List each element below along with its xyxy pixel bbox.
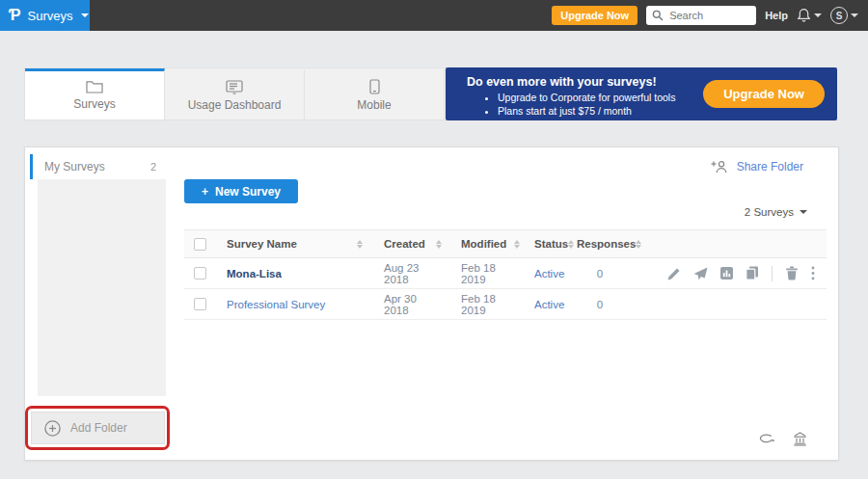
row-checkbox[interactable]	[194, 298, 206, 310]
column-header: Status	[534, 238, 568, 250]
sort-icon[interactable]	[568, 240, 575, 249]
circle-plus-icon	[44, 420, 61, 437]
chevron-down-icon	[800, 210, 807, 214]
dashboard-icon	[226, 80, 243, 94]
column-header: Survey Name	[227, 238, 297, 250]
share-folder-link[interactable]: Share Folder	[711, 160, 803, 173]
banner-title: Do even more with your surveys!	[467, 75, 657, 89]
chevron-down-icon	[814, 13, 822, 17]
banner-bullet: Plans start at just $75 / month	[498, 104, 675, 118]
app-menu[interactable]: Ƥ Surveys	[0, 0, 90, 31]
sort-icon[interactable]	[357, 240, 364, 249]
tab-label: Mobile	[357, 98, 391, 112]
new-survey-button[interactable]: + New Survey	[184, 179, 298, 203]
surveys-count-dropdown[interactable]: 2 Surveys	[745, 206, 807, 218]
banner-bullets: Upgrade to Corporate for powerful tools …	[486, 91, 675, 118]
new-survey-label: New Survey	[215, 185, 281, 199]
tab-usage-dashboard[interactable]: Usage Dashboard	[165, 68, 305, 120]
plus-icon: +	[202, 185, 208, 199]
modified-date: Feb 18 2019	[461, 262, 521, 285]
table-header-row: Survey Name Created Modified Status Resp…	[184, 229, 827, 258]
share-person-icon	[711, 160, 728, 173]
column-header: Created	[384, 238, 425, 250]
surveys-count-label: 2 Surveys	[745, 206, 794, 218]
tab-surveys[interactable]: Surveys	[25, 68, 165, 120]
column-header: Responses	[577, 238, 636, 250]
table-row: Professional Survey Apr 30 2018 Feb 18 2…	[184, 289, 827, 320]
account-menu[interactable]: S	[830, 7, 858, 24]
restore-icon[interactable]	[759, 434, 775, 445]
search-box[interactable]	[646, 6, 756, 25]
column-header: Modified	[461, 238, 506, 250]
folder-count-badge: 2	[150, 161, 156, 173]
banner-upgrade-button[interactable]: Upgrade Now	[703, 80, 825, 108]
vertical-dots-icon[interactable]	[811, 266, 815, 280]
topbar-actions: Upgrade Now Help S	[552, 0, 858, 31]
status-link[interactable]: Active	[534, 268, 564, 279]
tab-label: Usage Dashboard	[188, 98, 282, 112]
banner-bullet: Upgrade to Corporate for powerful tools	[498, 91, 675, 104]
avatar: S	[830, 7, 848, 24]
bar-chart-icon[interactable]	[720, 267, 733, 279]
actions-divider	[772, 266, 773, 281]
bell-icon	[797, 8, 811, 23]
folder-name: My Surveys	[44, 160, 105, 173]
created-date: Aug 23 2018	[384, 262, 443, 285]
add-folder-button[interactable]: Add Folder	[31, 412, 165, 444]
surveys-table: Survey Name Created Modified Status Resp…	[184, 229, 827, 320]
chevron-down-icon	[851, 13, 858, 17]
brand-logo-icon: Ƥ	[9, 8, 21, 23]
tab-label: Surveys	[73, 97, 115, 111]
mobile-icon	[369, 79, 380, 94]
notifications-menu[interactable]	[797, 8, 822, 23]
trash-icon[interactable]	[785, 266, 799, 280]
sort-icon[interactable]	[436, 240, 443, 249]
search-input[interactable]	[667, 9, 748, 22]
table-row: Mona-Lisa Aug 23 2018 Feb 18 2019 Active…	[184, 258, 827, 289]
sort-icon[interactable]	[636, 240, 642, 249]
app-menu-label: Surveys	[28, 9, 73, 23]
folder-icon	[86, 80, 103, 93]
upgrade-banner: Do even more with your surveys! Upgrade …	[446, 67, 837, 120]
chevron-down-icon	[81, 13, 89, 17]
module-tabs: Surveys Usage Dashboard Mobile	[24, 67, 445, 120]
add-folder-label: Add Folder	[70, 421, 127, 435]
modified-date: Feb 18 2019	[461, 293, 521, 316]
status-link[interactable]: Active	[534, 299, 564, 310]
copy-icon[interactable]	[746, 266, 759, 280]
folder-list-area	[38, 179, 166, 396]
panel-footer-icons	[759, 432, 807, 446]
responses-count: 0	[577, 268, 623, 279]
row-actions	[623, 266, 827, 281]
surveys-panel: My Surveys 2 Add Folder + New Survey Sha…	[24, 146, 839, 461]
sort-icon[interactable]	[514, 240, 521, 249]
paper-plane-icon[interactable]	[693, 267, 708, 280]
top-navigation-bar: Ƥ Surveys Upgrade Now Help S	[0, 0, 868, 31]
pencil-icon[interactable]	[667, 267, 681, 280]
recycle-bin-icon[interactable]	[793, 432, 807, 446]
share-folder-label: Share Folder	[737, 160, 803, 173]
upgrade-now-button[interactable]: Upgrade Now	[552, 6, 637, 25]
survey-name-link[interactable]: Professional Survey	[227, 299, 325, 310]
responses-count: 0	[577, 299, 623, 310]
select-all-checkbox[interactable]	[194, 238, 206, 251]
survey-name-link[interactable]: Mona-Lisa	[227, 268, 282, 279]
search-icon	[652, 10, 664, 21]
row-checkbox[interactable]	[194, 267, 206, 279]
created-date: Apr 30 2018	[384, 293, 443, 316]
tab-mobile[interactable]: Mobile	[305, 68, 444, 120]
sidebar-item-my-surveys[interactable]: My Surveys 2	[30, 154, 166, 179]
help-link[interactable]: Help	[765, 10, 788, 21]
